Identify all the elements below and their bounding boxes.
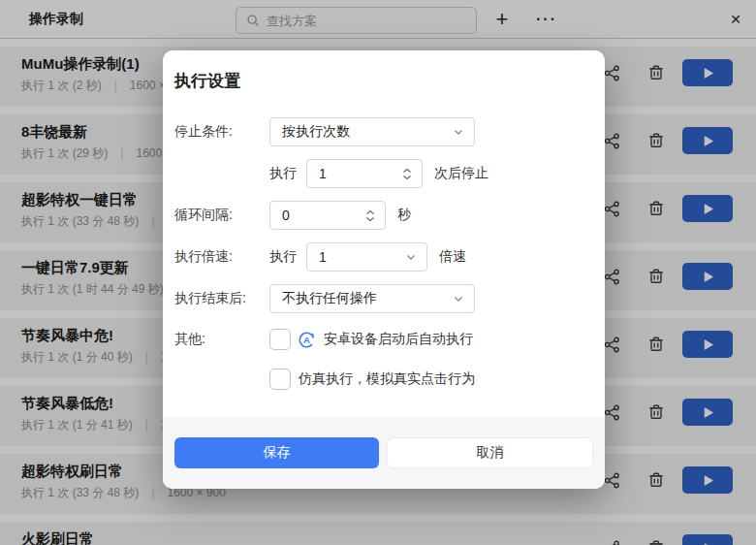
other-row-simulate: 仿真执行，模拟真实点击行为 (174, 369, 593, 390)
after-end-label: 执行结束后: (174, 290, 269, 307)
simulate-label: 仿真执行，模拟真实点击行为 (299, 370, 475, 388)
exec-speed-value: 1 (319, 249, 405, 265)
app-window: 操作录制 + ··· × MuMu操作录制(1) 执行 1 次 (2 秒) | … (0, 0, 756, 545)
stop-condition-label: 停止条件: (174, 123, 269, 141)
exec-speed-row: 执行倍速: 执行 1 倍速 (174, 242, 593, 272)
loop-interval-row: 循环间隔: 0 秒 (174, 201, 593, 230)
auto-start-label: 安卓设备启动后自动执行 (324, 331, 473, 348)
dialog-title: 执行设置 (174, 70, 593, 92)
chevron-down-icon (405, 251, 417, 263)
chevron-down-icon (453, 126, 464, 138)
stop-condition-select[interactable]: 按执行次数 (269, 117, 475, 146)
simulate-checkbox[interactable] (269, 369, 291, 390)
loop-interval-label: 循环间隔: (174, 207, 269, 224)
save-button[interactable]: 保存 (174, 437, 379, 468)
auto-start-checkbox[interactable] (269, 329, 291, 350)
stepper-arrows-icon[interactable] (365, 209, 375, 222)
exec-speed-unit: 倍速 (439, 248, 466, 266)
execution-settings-dialog: 执行设置 停止条件: 按执行次数 执行 1 次后停止 (163, 50, 605, 489)
after-end-row: 执行结束后: 不执行任何操作 (174, 284, 593, 313)
exec-speed-prefix: 执行 (269, 248, 297, 266)
exec-count-suffix: 次后停止 (434, 165, 488, 182)
chevron-down-icon (453, 293, 464, 305)
android-icon: A (298, 331, 316, 349)
stop-condition-value: 按执行次数 (282, 123, 453, 141)
loop-interval-unit: 秒 (397, 207, 411, 224)
loop-interval-value: 0 (282, 208, 365, 223)
other-label: 其他: (174, 331, 269, 348)
exec-speed-select[interactable]: 1 (306, 242, 427, 272)
exec-speed-label: 执行倍速: (174, 248, 269, 266)
cancel-button[interactable]: 取消 (387, 437, 593, 468)
loop-interval-stepper[interactable]: 0 (269, 201, 386, 230)
stepper-arrows-icon[interactable] (402, 168, 412, 180)
after-end-value: 不执行任何操作 (282, 290, 453, 307)
exec-count-prefix: 执行 (269, 165, 297, 182)
after-end-select[interactable]: 不执行任何操作 (269, 284, 475, 313)
exec-count-row: 执行 1 次后停止 (174, 159, 593, 188)
stop-condition-row: 停止条件: 按执行次数 (174, 117, 593, 146)
exec-count-value: 1 (319, 166, 402, 181)
exec-count-stepper[interactable]: 1 (306, 159, 423, 188)
other-row-auto-start: 其他: A 安卓设备启动后自动执行 (174, 329, 593, 350)
dialog-footer: 保存 取消 (163, 417, 605, 489)
svg-text:A: A (303, 334, 310, 344)
